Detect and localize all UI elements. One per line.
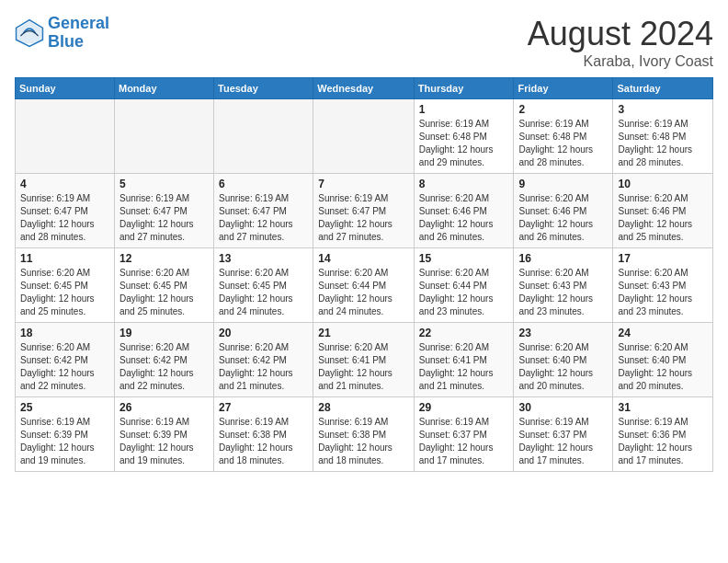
day-info: Sunrise: 6:19 AM Sunset: 6:47 PM Dayligh…: [318, 192, 409, 244]
day-number: 3: [618, 103, 708, 116]
header-row: SundayMondayTuesdayWednesdayThursdayFrid…: [16, 78, 713, 99]
calendar-cell: 28Sunrise: 6:19 AM Sunset: 6:38 PM Dayli…: [313, 397, 415, 472]
day-info: Sunrise: 6:20 AM Sunset: 6:44 PM Dayligh…: [419, 267, 509, 318]
day-info: Sunrise: 6:19 AM Sunset: 6:36 PM Dayligh…: [618, 416, 708, 467]
day-info: Sunrise: 6:20 AM Sunset: 6:42 PM Dayligh…: [219, 341, 308, 393]
day-number: 28: [318, 401, 409, 414]
calendar-cell: 14Sunrise: 6:20 AM Sunset: 6:44 PM Dayli…: [313, 248, 415, 323]
header-day-monday: Monday: [114, 78, 213, 99]
calendar-cell: 5Sunrise: 6:19 AM Sunset: 6:47 PM Daylig…: [114, 174, 213, 248]
header-day-sunday: Sunday: [16, 78, 115, 99]
day-info: Sunrise: 6:20 AM Sunset: 6:44 PM Dayligh…: [318, 267, 409, 318]
day-info: Sunrise: 6:20 AM Sunset: 6:42 PM Dayligh…: [20, 341, 109, 393]
calendar-cell: 31Sunrise: 6:19 AM Sunset: 6:36 PM Dayli…: [613, 397, 713, 472]
calendar-cell: 11Sunrise: 6:20 AM Sunset: 6:45 PM Dayli…: [16, 248, 115, 323]
calendar-cell: 30Sunrise: 6:19 AM Sunset: 6:37 PM Dayli…: [514, 397, 613, 472]
day-info: Sunrise: 6:20 AM Sunset: 6:43 PM Dayligh…: [618, 267, 708, 318]
calendar-cell: 21Sunrise: 6:20 AM Sunset: 6:41 PM Dayli…: [313, 323, 415, 397]
week-row-4: 18Sunrise: 6:20 AM Sunset: 6:42 PM Dayli…: [16, 323, 713, 397]
main-title: August 2024: [528, 15, 713, 53]
calendar-cell: 19Sunrise: 6:20 AM Sunset: 6:42 PM Dayli…: [114, 323, 213, 397]
day-number: 31: [618, 401, 708, 414]
week-row-1: 1Sunrise: 6:19 AM Sunset: 6:48 PM Daylig…: [16, 99, 713, 174]
day-info: Sunrise: 6:20 AM Sunset: 6:41 PM Dayligh…: [318, 341, 409, 393]
day-info: Sunrise: 6:19 AM Sunset: 6:47 PM Dayligh…: [119, 192, 209, 244]
calendar-cell: 3Sunrise: 6:19 AM Sunset: 6:48 PM Daylig…: [613, 99, 713, 174]
day-info: Sunrise: 6:20 AM Sunset: 6:46 PM Dayligh…: [518, 192, 608, 244]
calendar-cell: 9Sunrise: 6:20 AM Sunset: 6:46 PM Daylig…: [514, 174, 613, 248]
day-number: 2: [518, 103, 608, 116]
day-info: Sunrise: 6:19 AM Sunset: 6:39 PM Dayligh…: [20, 416, 109, 467]
calendar-cell: 27Sunrise: 6:19 AM Sunset: 6:38 PM Dayli…: [214, 397, 313, 472]
day-info: Sunrise: 6:20 AM Sunset: 6:41 PM Dayligh…: [419, 341, 509, 393]
day-info: Sunrise: 6:19 AM Sunset: 6:38 PM Dayligh…: [219, 416, 308, 467]
calendar-cell: 20Sunrise: 6:20 AM Sunset: 6:42 PM Dayli…: [214, 323, 313, 397]
day-info: Sunrise: 6:20 AM Sunset: 6:40 PM Dayligh…: [618, 341, 708, 393]
day-info: Sunrise: 6:20 AM Sunset: 6:43 PM Dayligh…: [518, 267, 608, 318]
day-number: 4: [20, 178, 109, 190]
day-number: 11: [20, 252, 109, 265]
logo-icon: [15, 18, 44, 48]
logo-blue: Blue: [48, 32, 84, 51]
calendar-header: SundayMondayTuesdayWednesdayThursdayFrid…: [16, 78, 713, 99]
subtitle: Karaba, Ivory Coast: [528, 53, 713, 70]
day-number: 25: [20, 401, 109, 414]
day-number: 13: [219, 252, 308, 265]
calendar-cell: 7Sunrise: 6:19 AM Sunset: 6:47 PM Daylig…: [313, 174, 415, 248]
day-number: 27: [219, 401, 308, 414]
calendar-cell: 2Sunrise: 6:19 AM Sunset: 6:48 PM Daylig…: [514, 99, 613, 174]
day-info: Sunrise: 6:19 AM Sunset: 6:47 PM Dayligh…: [219, 192, 308, 244]
calendar-cell: 29Sunrise: 6:19 AM Sunset: 6:37 PM Dayli…: [414, 397, 514, 472]
calendar-cell: 23Sunrise: 6:20 AM Sunset: 6:40 PM Dayli…: [514, 323, 613, 397]
day-info: Sunrise: 6:20 AM Sunset: 6:45 PM Dayligh…: [119, 267, 209, 318]
day-number: 10: [618, 178, 708, 190]
day-info: Sunrise: 6:20 AM Sunset: 6:45 PM Dayligh…: [20, 267, 109, 318]
calendar-cell: 15Sunrise: 6:20 AM Sunset: 6:44 PM Dayli…: [414, 248, 514, 323]
logo: General Blue: [15, 15, 109, 52]
day-info: Sunrise: 6:20 AM Sunset: 6:45 PM Dayligh…: [219, 267, 308, 318]
calendar-body: 1Sunrise: 6:19 AM Sunset: 6:48 PM Daylig…: [16, 99, 713, 472]
calendar-cell: 8Sunrise: 6:20 AM Sunset: 6:46 PM Daylig…: [414, 174, 514, 248]
day-number: 16: [518, 252, 608, 265]
day-number: 5: [119, 178, 209, 190]
calendar-cell: 1Sunrise: 6:19 AM Sunset: 6:48 PM Daylig…: [414, 99, 514, 174]
calendar-cell: 26Sunrise: 6:19 AM Sunset: 6:39 PM Dayli…: [114, 397, 213, 472]
day-number: 18: [20, 327, 109, 339]
day-info: Sunrise: 6:19 AM Sunset: 6:38 PM Dayligh…: [318, 416, 409, 467]
calendar-cell: 6Sunrise: 6:19 AM Sunset: 6:47 PM Daylig…: [214, 174, 313, 248]
day-info: Sunrise: 6:19 AM Sunset: 6:48 PM Dayligh…: [518, 118, 608, 169]
day-number: 22: [419, 327, 509, 339]
calendar-cell: 22Sunrise: 6:20 AM Sunset: 6:41 PM Dayli…: [414, 323, 514, 397]
calendar-cell: [16, 99, 115, 174]
title-block: August 2024 Karaba, Ivory Coast: [528, 15, 713, 70]
day-number: 9: [518, 178, 608, 190]
day-info: Sunrise: 6:20 AM Sunset: 6:42 PM Dayligh…: [119, 341, 209, 393]
calendar-cell: [114, 99, 213, 174]
calendar-cell: 17Sunrise: 6:20 AM Sunset: 6:43 PM Dayli…: [613, 248, 713, 323]
day-number: 30: [518, 401, 608, 414]
day-info: Sunrise: 6:19 AM Sunset: 6:48 PM Dayligh…: [618, 118, 708, 169]
logo-general: General: [48, 14, 109, 32]
calendar-cell: 18Sunrise: 6:20 AM Sunset: 6:42 PM Dayli…: [16, 323, 115, 397]
calendar-cell: 12Sunrise: 6:20 AM Sunset: 6:45 PM Dayli…: [114, 248, 213, 323]
day-number: 29: [419, 401, 509, 414]
day-number: 23: [518, 327, 608, 339]
calendar-cell: [214, 99, 313, 174]
calendar-cell: 13Sunrise: 6:20 AM Sunset: 6:45 PM Dayli…: [214, 248, 313, 323]
day-number: 8: [419, 178, 509, 190]
header-day-tuesday: Tuesday: [214, 78, 313, 99]
day-number: 21: [318, 327, 409, 339]
day-number: 6: [219, 178, 308, 190]
day-number: 12: [119, 252, 209, 265]
calendar-cell: 25Sunrise: 6:19 AM Sunset: 6:39 PM Dayli…: [16, 397, 115, 472]
header-day-wednesday: Wednesday: [313, 78, 415, 99]
header-day-friday: Friday: [514, 78, 613, 99]
day-number: 24: [618, 327, 708, 339]
day-info: Sunrise: 6:19 AM Sunset: 6:48 PM Dayligh…: [419, 118, 509, 169]
calendar-cell: 4Sunrise: 6:19 AM Sunset: 6:47 PM Daylig…: [16, 174, 115, 248]
day-info: Sunrise: 6:19 AM Sunset: 6:37 PM Dayligh…: [419, 416, 509, 467]
calendar-cell: [313, 99, 415, 174]
day-number: 26: [119, 401, 209, 414]
week-row-3: 11Sunrise: 6:20 AM Sunset: 6:45 PM Dayli…: [16, 248, 713, 323]
day-number: 14: [318, 252, 409, 265]
